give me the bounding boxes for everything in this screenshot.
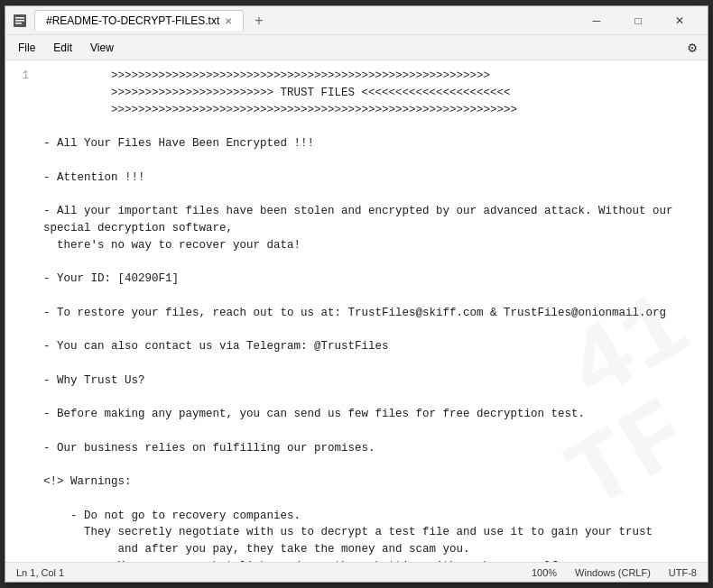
window-controls: ─ □ ✕ — [576, 6, 700, 35]
new-tab-button[interactable]: + — [251, 13, 266, 29]
statusbar: Ln 1, Col 1 100% Windows (CRLF) UTF-8 — [5, 562, 708, 582]
line-ending: Windows (CRLF) — [575, 567, 651, 578]
zoom-level: 100% — [532, 567, 557, 578]
svg-rect-2 — [15, 20, 24, 22]
tab-title: #README-TO-DECRYPT-FILES.txt — [46, 14, 219, 27]
cursor-position: Ln 1, Col 1 — [16, 567, 64, 578]
encoding: UTF-8 — [669, 567, 697, 578]
tab-close-button[interactable]: ✕ — [225, 16, 232, 26]
titlebar: #README-TO-DECRYPT-FILES.txt ✕ + ─ □ ✕ — [5, 6, 708, 35]
main-window: #README-TO-DECRYPT-FILES.txt ✕ + ─ □ ✕ F… — [5, 5, 708, 583]
menu-file[interactable]: File — [9, 38, 44, 58]
menu-view[interactable]: View — [81, 38, 123, 58]
svg-rect-1 — [15, 17, 24, 19]
svg-rect-3 — [15, 23, 22, 24]
app-icon — [13, 14, 27, 28]
statusbar-right: 100% Windows (CRLF) UTF-8 — [532, 567, 697, 578]
active-tab[interactable]: #README-TO-DECRYPT-FILES.txt ✕ — [34, 10, 244, 31]
line-numbers: 1 — [5, 60, 32, 562]
maximize-button[interactable]: □ — [617, 6, 659, 35]
menubar: File Edit View ⚙ — [5, 35, 708, 60]
content-area[interactable]: >>>>>>>>>>>>>>>>>>>>>>>>>>>>>>>>>>>>>>>>… — [32, 60, 708, 562]
minimize-button[interactable]: ─ — [576, 6, 617, 35]
editor-area: 1 >>>>>>>>>>>>>>>>>>>>>>>>>>>>>>>>>>>>>>… — [5, 60, 708, 562]
titlebar-title: #README-TO-DECRYPT-FILES.txt ✕ + — [34, 10, 576, 31]
close-button[interactable]: ✕ — [659, 6, 700, 35]
settings-icon[interactable]: ⚙ — [681, 35, 704, 60]
menu-edit[interactable]: Edit — [44, 38, 81, 58]
file-content: >>>>>>>>>>>>>>>>>>>>>>>>>>>>>>>>>>>>>>>>… — [43, 68, 697, 562]
